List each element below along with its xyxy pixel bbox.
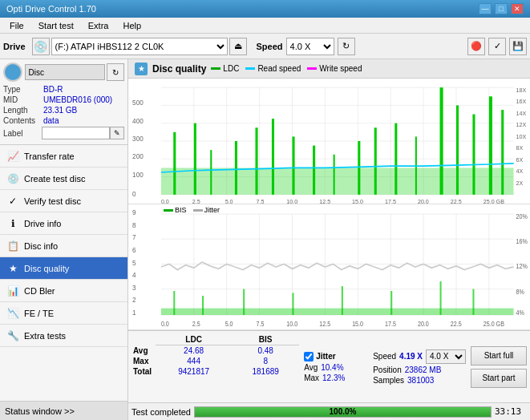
sidebar-item-create-test-disc[interactable]: 💿 Create test disc — [0, 168, 127, 190]
svg-rect-18 — [161, 168, 514, 194]
menu-help[interactable]: Help — [116, 19, 148, 32]
drive-selector[interactable]: (F:) ATAPI iHBS112 2 CL0K — [51, 38, 228, 55]
speed-row: Speed 4.19 X 4.0 X 1.0 X 2.0 X — [373, 349, 466, 364]
svg-rect-24 — [272, 119, 274, 195]
chart-title: Disc quality — [152, 63, 206, 75]
svg-text:5: 5 — [132, 258, 136, 267]
bis-color — [164, 209, 173, 212]
svg-rect-33 — [456, 105, 459, 194]
svg-text:300: 300 — [132, 135, 144, 143]
start-full-button[interactable]: Start full — [471, 346, 527, 365]
sidebar: Disc ↻ Type BD-R MID UMEBDR016 (000) Len… — [0, 59, 128, 420]
legend-write-speed-label: Write speed — [319, 64, 362, 73]
menu-extra[interactable]: Extra — [82, 19, 115, 32]
save-button[interactable]: 💾 — [509, 38, 527, 55]
svg-text:15.0: 15.0 — [352, 198, 363, 204]
content-header: ★ Disc quality LDC Read speed Write spee… — [128, 59, 530, 79]
svg-text:6: 6 — [132, 245, 136, 254]
label-input[interactable] — [42, 127, 110, 139]
svg-text:4: 4 — [132, 271, 136, 280]
total-row-label: Total — [131, 366, 156, 377]
samples-value: 381003 — [407, 376, 434, 385]
sidebar-item-cd-bler[interactable]: 📊 CD Bler — [0, 280, 127, 302]
content-area: ★ Disc quality LDC Read speed Write spee… — [128, 59, 530, 420]
window-controls[interactable]: — □ ✕ — [479, 3, 524, 14]
svg-rect-25 — [292, 136, 294, 194]
speed-select[interactable]: 4.0 X 1.0 X 2.0 X — [426, 349, 466, 364]
svg-text:2: 2 — [132, 296, 136, 305]
disc-refresh-button[interactable]: ↻ — [107, 63, 124, 81]
verify-button[interactable]: ✓ — [488, 38, 506, 55]
ldc-total-value: 9421817 — [156, 366, 232, 377]
svg-rect-80 — [173, 291, 175, 315]
svg-rect-21 — [210, 150, 212, 195]
speed-position-section: Speed 4.19 X 4.0 X 1.0 X 2.0 X Position … — [373, 334, 466, 399]
sidebar-item-extra-tests[interactable]: 🔧 Extra tests — [0, 325, 127, 347]
close-button[interactable]: ✕ — [511, 3, 524, 14]
svg-text:12X: 12X — [516, 121, 527, 128]
fe-te-icon: 📉 — [6, 307, 19, 320]
nav-cd-bler-label: CD Bler — [24, 286, 55, 296]
svg-rect-29 — [374, 127, 377, 195]
svg-text:9: 9 — [132, 208, 136, 217]
svg-text:7.5: 7.5 — [257, 321, 265, 329]
eject-button[interactable]: ⏏ — [229, 38, 247, 55]
svg-text:7: 7 — [132, 233, 136, 242]
svg-text:18X: 18X — [516, 86, 527, 93]
svg-text:8: 8 — [132, 220, 136, 229]
menu-file[interactable]: File — [3, 19, 30, 32]
nav-transfer-rate-label: Transfer rate — [24, 151, 75, 161]
svg-text:5.0: 5.0 — [225, 321, 234, 329]
sidebar-item-drive-info[interactable]: ℹ Drive info — [0, 212, 127, 235]
nav-fe-te-label: FE / TE — [24, 309, 54, 318]
top-chart-container: 0 100 200 300 400 500 18X 16X 14X 12X 10… — [128, 79, 530, 204]
svg-text:20.0: 20.0 — [418, 198, 429, 204]
jitter-header: Jitter — [304, 352, 368, 361]
svg-text:17.5: 17.5 — [385, 321, 397, 329]
chart-legend: LDC Read speed Write speed — [211, 64, 362, 73]
maximize-button[interactable]: □ — [495, 3, 508, 14]
cd-bler-icon: 📊 — [6, 285, 19, 297]
jitter-color — [193, 209, 203, 212]
svg-text:22.5: 22.5 — [451, 198, 462, 204]
stats-row: LDC BIS Avg 24.68 0.48 Max — [128, 330, 530, 402]
burn-button[interactable]: 🔴 — [467, 38, 485, 55]
minimize-button[interactable]: — — [479, 3, 492, 14]
jitter-avg-row: Avg 10.4% — [304, 363, 368, 372]
sidebar-item-disc-quality[interactable]: ★ Disc quality — [0, 257, 127, 280]
refresh-button[interactable]: ↻ — [338, 38, 355, 55]
action-buttons: Start full Start part — [471, 334, 527, 399]
label-edit-button[interactable]: ✎ — [110, 127, 124, 139]
samples-label: Samples — [373, 376, 404, 385]
svg-rect-84 — [342, 286, 343, 315]
mid-label: MID — [3, 95, 43, 104]
progress-bar-container: 100.0% — [194, 406, 492, 418]
content-header-icon: ★ — [135, 63, 148, 75]
sidebar-item-fe-te[interactable]: 📉 FE / TE — [0, 302, 127, 325]
jitter-avg-value: 10.4% — [321, 363, 343, 372]
speed-selector[interactable]: 4.0 X 1.0 X 2.0 X 6.0 X 8.0 X — [286, 38, 334, 55]
svg-text:5.0: 5.0 — [225, 198, 233, 204]
status-window-button[interactable]: Status window >> — [0, 401, 127, 420]
menu-start-test[interactable]: Start test — [32, 19, 80, 32]
read-speed-color — [245, 67, 255, 70]
sidebar-item-verify-test-disc[interactable]: ✓ Verify test disc — [0, 190, 127, 212]
length-value: 23.31 GB — [43, 106, 77, 115]
sidebar-item-transfer-rate[interactable]: 📈 Transfer rate — [0, 145, 127, 168]
position-value: 23862 MB — [405, 365, 442, 374]
nav-verify-test-label: Verify test disc — [24, 196, 81, 206]
jitter-checkbox[interactable] — [304, 352, 314, 361]
status-window-label: Status window >> — [5, 406, 75, 416]
speed-value: 4.19 X — [399, 352, 423, 361]
svg-text:25.0 GB: 25.0 GB — [483, 198, 504, 204]
nav-disc-info-label: Disc info — [24, 241, 58, 251]
svg-text:2.5: 2.5 — [192, 198, 200, 204]
disc-info-panel: Disc ↻ Type BD-R MID UMEBDR016 (000) Len… — [0, 59, 127, 145]
bis-max-value: 8 — [232, 356, 299, 366]
sidebar-item-disc-info[interactable]: 📋 Disc info — [0, 235, 127, 257]
svg-rect-32 — [440, 87, 443, 195]
svg-rect-86 — [440, 281, 442, 315]
start-part-button[interactable]: Start part — [471, 369, 527, 388]
disc-section-label: Disc — [25, 64, 105, 80]
type-value: BD-R — [43, 85, 63, 94]
